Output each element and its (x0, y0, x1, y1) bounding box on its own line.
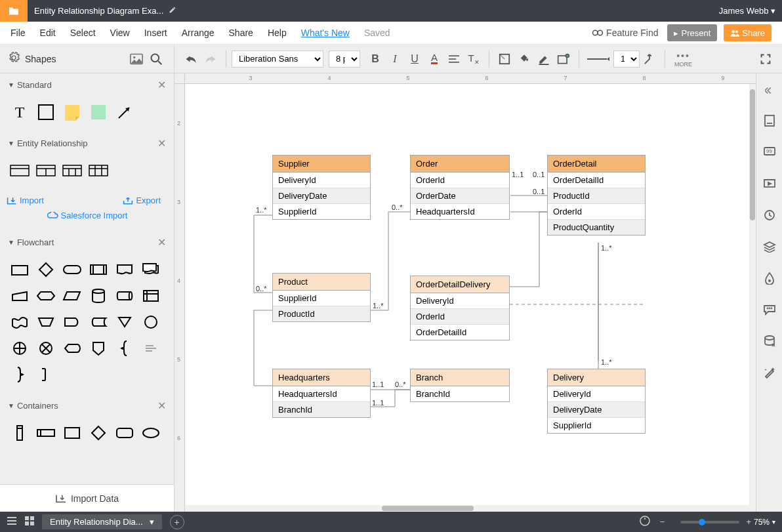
present-icon[interactable] (760, 174, 779, 193)
data-icon[interactable] (760, 332, 779, 350)
horizontal-scrollbar[interactable] (185, 505, 756, 512)
font-select[interactable]: Liberation Sans (232, 51, 323, 68)
menu-edit[interactable]: Edit (40, 28, 56, 38)
redo-icon[interactable] (202, 51, 219, 68)
user-menu[interactable]: James Webb ▾ (719, 6, 782, 16)
text-color-icon[interactable]: A (426, 51, 443, 68)
more-button[interactable]: •••MORE (674, 51, 692, 68)
canvas-area[interactable]: 3 4 5 6 7 8 9 2 3 4 5 6 7 (175, 73, 756, 512)
er-shape-2[interactable] (33, 157, 59, 184)
fc-preparation[interactable] (33, 283, 59, 309)
underline-icon[interactable]: U (406, 51, 423, 68)
close-icon[interactable]: ✕ (157, 137, 166, 150)
fc-manualinput[interactable] (7, 283, 33, 309)
entity-order[interactable]: Order OrderId OrderDate HeadquartersId (410, 155, 510, 220)
fc-document[interactable] (112, 256, 138, 283)
entity-supplier[interactable]: Supplier DeliveryId DeliveryDate Supplie… (272, 155, 371, 220)
fc-offpage[interactable] (85, 335, 112, 361)
fc-notetext[interactable] (138, 335, 164, 361)
add-page-button[interactable]: + (170, 515, 184, 529)
entity-delivery[interactable]: Delivery DeliveryId DeliveryDate Supplie… (547, 369, 646, 434)
section-containers[interactable]: ▼Containers✕ (0, 394, 174, 417)
feature-find[interactable]: Feature Find (592, 28, 658, 38)
zoom-slider[interactable] (680, 521, 739, 523)
collapse-icon[interactable] (760, 83, 779, 98)
cont-1[interactable] (7, 420, 33, 446)
menu-arrange[interactable]: Arrange (182, 28, 215, 38)
import-action[interactable]: Import (7, 193, 87, 208)
fc-terminator[interactable] (59, 256, 85, 283)
bold-icon[interactable]: B (367, 51, 384, 68)
image-icon[interactable] (128, 51, 145, 68)
entity-orderdetaildelivery[interactable]: OrderDetailDelivery DeliveryId OrderId O… (410, 276, 510, 340)
fc-internalstorage[interactable] (138, 283, 164, 309)
clear-format-icon[interactable]: T✕ (465, 51, 482, 68)
section-flowchart[interactable]: ▼Flowchart✕ (0, 231, 174, 254)
fc-manualop[interactable] (33, 309, 59, 335)
chat-icon[interactable] (760, 300, 779, 319)
document-title[interactable]: Entity Relationship Diagram Exa... (28, 6, 163, 16)
search-icon[interactable] (148, 51, 165, 68)
menu-file[interactable]: File (10, 28, 26, 38)
line-width-select[interactable]: 1 px (613, 51, 640, 68)
fc-bracer[interactable] (112, 335, 138, 361)
entity-product[interactable]: Product SupplierId ProductId (272, 273, 371, 322)
cont-5[interactable] (112, 420, 138, 446)
fc-directdata[interactable] (112, 283, 138, 309)
cont-6[interactable] (138, 420, 164, 446)
theme-icon[interactable] (760, 269, 779, 287)
fc-decision[interactable] (33, 256, 59, 283)
fc-predefined[interactable] (85, 256, 112, 283)
close-icon[interactable]: ✕ (157, 79, 166, 91)
undo-icon[interactable] (182, 51, 199, 68)
shape-hotspot[interactable] (85, 99, 112, 125)
fc-delay[interactable] (59, 309, 85, 335)
history-icon[interactable] (760, 206, 779, 224)
salesforce-import[interactable]: Salesforce Import (7, 208, 167, 223)
layers-icon[interactable] (760, 237, 779, 256)
fc-summing[interactable] (33, 335, 59, 361)
fc-process[interactable] (7, 256, 33, 283)
section-standard[interactable]: ▼Standard✕ (0, 73, 174, 96)
export-action[interactable]: Export (87, 193, 168, 208)
vertical-scrollbar[interactable] (749, 84, 756, 505)
fc-merge[interactable] (112, 309, 138, 335)
italic-icon[interactable]: I (386, 51, 403, 68)
fill-icon[interactable] (516, 51, 533, 68)
fc-papertape[interactable] (7, 309, 33, 335)
fullscreen-icon[interactable] (757, 51, 774, 68)
border-color-icon[interactable] (535, 51, 552, 68)
fc-data[interactable] (59, 283, 85, 309)
er-shape-4[interactable] (85, 157, 112, 184)
er-shape-1[interactable] (7, 157, 33, 184)
line-style-icon[interactable] (586, 51, 612, 68)
menu-share[interactable]: Share (229, 28, 253, 38)
shape-block[interactable] (33, 99, 59, 125)
entity-orderdetail[interactable]: OrderDetail OrderDetailId ProductId Orde… (547, 155, 646, 235)
share-button[interactable]: Share (724, 24, 772, 41)
comments-icon[interactable]: 99 (760, 143, 779, 161)
shape-options-icon[interactable] (555, 51, 572, 68)
zoom-value[interactable]: 75% (754, 518, 770, 527)
list-view-icon[interactable] (7, 516, 17, 527)
line-shape-icon[interactable] (641, 51, 658, 68)
fc-connector[interactable] (138, 309, 164, 335)
folder-icon[interactable] (0, 0, 28, 22)
page-tab[interactable]: Entity Relationship Dia...▾ (42, 514, 162, 529)
gear-icon[interactable] (8, 52, 20, 66)
fc-bracel[interactable] (7, 361, 33, 388)
align-icon[interactable] (445, 51, 463, 68)
fc-note[interactable] (33, 361, 59, 388)
shape-style-icon[interactable] (496, 51, 513, 68)
cont-3[interactable] (59, 420, 85, 446)
cont-4[interactable] (85, 420, 112, 446)
close-icon[interactable]: ✕ (157, 399, 166, 412)
shape-note[interactable] (59, 99, 85, 125)
fc-multidoc[interactable] (138, 256, 164, 283)
menu-view[interactable]: View (110, 28, 130, 38)
zoom-out-button[interactable]: − (660, 517, 665, 527)
shape-line[interactable] (112, 99, 138, 125)
grid-view-icon[interactable] (25, 516, 34, 527)
menu-select[interactable]: Select (70, 28, 96, 38)
entity-branch[interactable]: Branch BranchId (410, 369, 510, 402)
